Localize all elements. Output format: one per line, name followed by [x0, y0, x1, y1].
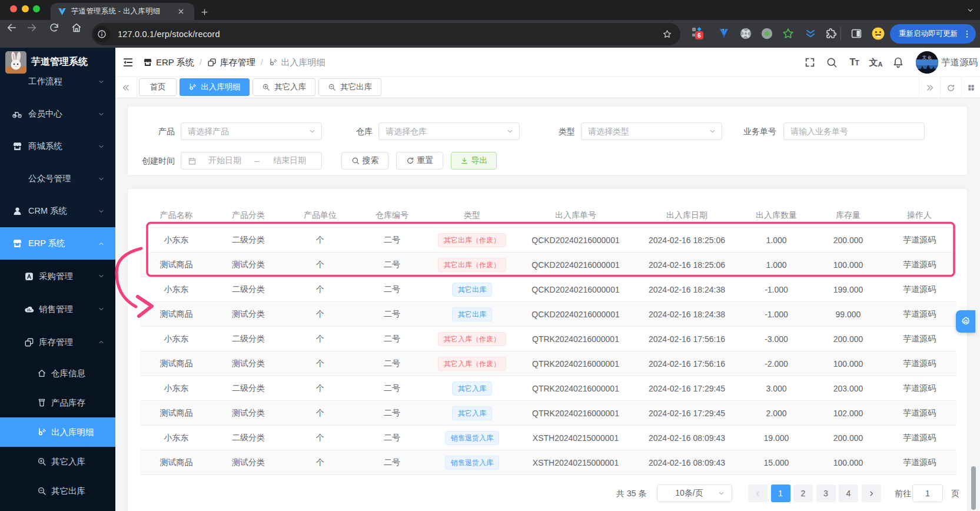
tab-search-button[interactable] [964, 4, 976, 16]
user-avatar[interactable]: 文 化 [916, 51, 938, 74]
breadcrumb-item-stock[interactable]: 库存管理 [207, 57, 255, 68]
table-row[interactable]: 测试商品 测试分类 个 二号 其它入库（作废） QTRK202402160000… [140, 351, 956, 376]
breadcrumb-item-erp[interactable]: ERP 系统 [143, 57, 194, 68]
tags-refresh-button[interactable] [940, 77, 961, 98]
refresh-icon [946, 84, 955, 92]
column-header[interactable]: 出入库单号 [516, 203, 635, 227]
sidebar-item-label: CRM 系统 [28, 205, 67, 217]
profile-avatar-icon[interactable] [871, 26, 885, 41]
table-row[interactable]: 测试商品 测试分类 个 二号 销售退货入库 XSTH20240215000001… [140, 450, 956, 475]
sidebar-item-crm[interactable]: CRM 系统 [0, 195, 115, 227]
side-panel-icon[interactable] [851, 28, 863, 40]
browser-home-button[interactable] [71, 22, 82, 34]
window-zoom-button[interactable] [33, 5, 40, 12]
extension-chevrons-icon[interactable] [805, 28, 817, 40]
window-close-button[interactable] [10, 5, 17, 12]
tab-stock-in[interactable]: 其它入库 [253, 78, 315, 96]
sidebar-item-purchase[interactable]: 采购管理 [0, 260, 115, 293]
fullscreen-icon[interactable] [805, 57, 816, 68]
page-scrollbar-thumb[interactable] [971, 466, 976, 510]
column-header[interactable]: 类型 [428, 203, 516, 227]
extension-recorder-icon[interactable] [760, 27, 773, 40]
table-row[interactable]: 测试商品 测试分类 个 二号 其它出库 QCKD20240216000001 2… [140, 302, 956, 327]
sidebar-item-product-stock[interactable]: 产品库存 [0, 388, 115, 417]
tab-stock-record[interactable]: 出入库明细 [180, 78, 250, 96]
column-header[interactable]: 出入库日期 [635, 203, 739, 227]
type-select[interactable] [581, 122, 722, 140]
bell-icon[interactable] [892, 57, 904, 68]
page-size-select[interactable]: 10条/页 [657, 485, 732, 502]
browser-menu-icon[interactable] [962, 29, 972, 39]
url-text[interactable]: 127.0.0.1/erp/stock/record [118, 29, 220, 39]
extensions-puzzle-icon[interactable] [825, 28, 838, 40]
browser-update-button[interactable]: 重新启动即可更新 [890, 24, 976, 44]
export-button[interactable]: 导出 [451, 152, 497, 170]
new-tab-button[interactable] [198, 5, 211, 18]
translate-icon[interactable]: 文A [869, 57, 883, 68]
browser-tab[interactable]: 芋道管理系统 - 出入库明细 [51, 3, 194, 20]
tab-stock-out[interactable]: 其它出库 [318, 78, 381, 96]
sidebar-item-mall[interactable]: 商城系统 [0, 130, 115, 162]
browser-reload-button[interactable] [49, 22, 59, 33]
font-size-icon[interactable]: TT [849, 57, 859, 68]
table-row[interactable]: 小东东 二级分类 个 二号 其它入库（作废） QTRK2024021600000… [140, 327, 956, 351]
browser-forward-button[interactable] [26, 22, 38, 34]
cell-warehouse: 二号 [356, 302, 428, 326]
sidebar-item-warehouse[interactable]: 仓库信息 [0, 359, 115, 388]
date-range-picker[interactable]: 开始日期 – 结束日期 [181, 152, 322, 170]
sidebar-item-stock-in[interactable]: 其它入库 [0, 447, 115, 476]
pagination-page-button[interactable]: 2 [793, 485, 813, 502]
table-row[interactable]: 测试商品 测试分类 个 二号 其它入库 QTRK20240216000001 2… [140, 401, 956, 426]
column-header[interactable]: 库存量 [814, 203, 882, 227]
column-header[interactable]: 产品名称 [140, 203, 212, 227]
table-row[interactable]: 小东东 二级分类 个 二号 其它入库 QTRK20240216000001 20… [140, 376, 956, 401]
sidebar-item-stock[interactable]: 库存管理 [0, 326, 115, 359]
sidebar-item-stock-record[interactable]: 出入库明细 [0, 417, 115, 447]
extension-tampermonkey-icon[interactable]: 6 [692, 26, 706, 41]
column-header[interactable]: 操作人 [882, 203, 956, 227]
sidebar-item-mp[interactable]: 公众号管理 [0, 162, 115, 195]
cell-quantity: -2.000 [739, 351, 814, 376]
username[interactable]: 芋道源码 [941, 48, 978, 77]
site-info-icon[interactable] [94, 26, 110, 42]
tags-scroll-right-button[interactable] [919, 77, 940, 98]
product-select[interactable] [181, 122, 322, 140]
theme-settings-button[interactable] [956, 310, 975, 333]
table-row[interactable]: 小东东 二级分类 个 二号 其它出库 QCKD20240216000001 20… [140, 277, 956, 302]
sidebar-item-sale[interactable]: 销售管理 [0, 293, 115, 326]
pagination-next-button[interactable] [862, 485, 881, 502]
tab-home[interactable]: 首页 [139, 78, 177, 96]
warehouse-select[interactable] [378, 122, 520, 140]
column-header[interactable]: 产品分类 [212, 203, 284, 227]
pagination-prev-button[interactable] [748, 485, 768, 502]
pagination-page-button[interactable]: 4 [839, 485, 858, 502]
menu-fold-icon[interactable] [122, 57, 134, 68]
bookmark-star-icon[interactable] [662, 29, 672, 39]
table-row[interactable]: 测试商品 测试分类 个 二号 其它出库（作废） QCKD202402160000… [140, 253, 956, 277]
pagination-page-button[interactable]: 3 [816, 485, 836, 502]
sidebar-item-erp[interactable]: ERP 系统 [0, 227, 115, 260]
column-header[interactable]: 出入库数量 [739, 203, 814, 227]
reset-button[interactable]: 重置 [396, 152, 443, 170]
biz-no-input[interactable] [783, 122, 925, 140]
window-minimize-button[interactable] [22, 5, 29, 12]
browser-back-button[interactable] [6, 22, 18, 34]
extension-vue-devtools-icon[interactable] [718, 28, 730, 40]
sidebar-item-stock-out[interactable]: 其它出库 [0, 476, 115, 506]
extension-star-icon[interactable] [782, 27, 795, 40]
table-row[interactable]: 小东东 二级分类 个 二号 其它出库（作废） QCKD2024021600000… [140, 228, 956, 253]
extension-shortcut-icon[interactable] [739, 27, 752, 40]
search-icon[interactable] [826, 57, 838, 68]
pagination-goto-input[interactable] [912, 485, 943, 502]
sidebar-item-member[interactable]: 会员中心 [0, 98, 115, 130]
column-header[interactable]: 仓库编号 [356, 203, 428, 227]
tab-close-icon[interactable] [177, 8, 185, 15]
address-bar[interactable]: 127.0.0.1/erp/stock/record [92, 23, 680, 45]
sidebar-logo[interactable]: 芋道管理系统 [0, 48, 115, 77]
column-header[interactable]: 产品单位 [284, 203, 356, 227]
tags-layout-button[interactable] [961, 77, 980, 98]
table-row[interactable]: 小东东 二级分类 个 二号 销售退货入库 XSTH20240215000001 … [140, 426, 956, 450]
search-button[interactable]: 搜索 [341, 152, 388, 170]
pagination-page-button[interactable]: 1 [771, 485, 790, 502]
tags-scroll-left-button[interactable] [115, 77, 137, 98]
